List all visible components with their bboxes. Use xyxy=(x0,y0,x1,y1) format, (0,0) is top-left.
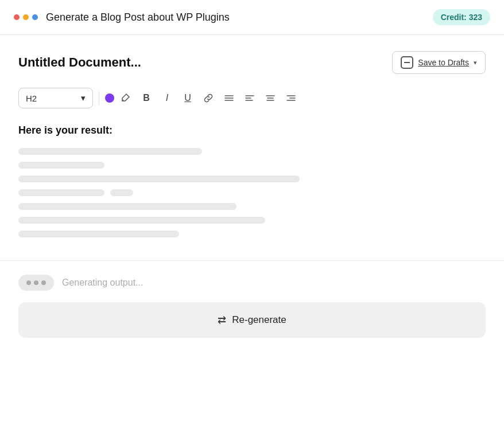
link-icon xyxy=(203,93,214,103)
toolbar-divider-1 xyxy=(99,91,99,105)
drafts-icon xyxy=(401,56,413,69)
header: Generate a Blog Post about WP Plugins Cr… xyxy=(0,0,504,35)
skeleton-line xyxy=(18,176,300,182)
doc-title-row: Untitled Document... Save to Drafts ▾ xyxy=(18,51,486,74)
skeleton-line xyxy=(18,203,237,210)
bold-button[interactable]: B xyxy=(137,89,156,107)
align-left-icon xyxy=(245,93,255,103)
skeleton-container xyxy=(18,148,486,237)
skeleton-line xyxy=(18,148,202,155)
highlighter-button[interactable] xyxy=(117,89,135,107)
italic-button[interactable]: I xyxy=(158,89,176,107)
typing-dot-2 xyxy=(34,280,38,285)
skeleton-line xyxy=(18,217,265,224)
header-left: Generate a Blog Post about WP Plugins xyxy=(14,11,230,24)
typing-indicator xyxy=(18,275,54,291)
section-divider xyxy=(0,260,504,261)
underline-button[interactable]: U xyxy=(179,89,197,107)
skeleton-line xyxy=(110,189,133,196)
main-content: Untitled Document... Save to Drafts ▾ H2… xyxy=(0,35,504,237)
typing-dot-3 xyxy=(41,280,46,285)
list-icon xyxy=(224,93,234,103)
generating-row: Generating output... xyxy=(18,275,486,291)
credit-badge: Credit: 323 xyxy=(433,9,490,25)
heading-value: H2 xyxy=(26,93,37,103)
dot-yellow xyxy=(23,14,29,20)
list-button[interactable] xyxy=(220,89,238,107)
align-right-icon xyxy=(286,93,296,103)
arrows-icon: ⇄ xyxy=(218,314,226,326)
skeleton-line xyxy=(18,231,179,237)
dot-blue xyxy=(32,14,38,20)
result-heading: Here is your result: xyxy=(18,124,486,136)
highlighter-icon xyxy=(121,93,131,103)
typing-dot-1 xyxy=(26,280,31,285)
window-dots xyxy=(14,14,38,20)
dot-red xyxy=(14,14,20,20)
chevron-down-icon: ▾ xyxy=(474,59,477,67)
save-drafts-label: Save to Drafts xyxy=(418,58,469,67)
heading-chevron-icon: ▾ xyxy=(81,93,86,103)
skeleton-line xyxy=(18,162,104,169)
align-right-button[interactable] xyxy=(282,89,300,107)
align-center-icon xyxy=(265,93,276,103)
color-picker-button[interactable] xyxy=(105,93,114,103)
regenerate-label: Re-generate xyxy=(232,314,286,326)
generating-text: Generating output... xyxy=(62,278,143,288)
page-title: Generate a Blog Post about WP Plugins xyxy=(46,11,230,24)
formatting-toolbar: H2 ▾ B I U xyxy=(18,88,486,108)
skeleton-row xyxy=(18,189,486,196)
link-button[interactable] xyxy=(199,89,218,107)
save-to-drafts-button[interactable]: Save to Drafts ▾ xyxy=(392,51,486,74)
heading-select[interactable]: H2 ▾ xyxy=(18,88,93,108)
regenerate-button[interactable]: ⇄ Re-generate xyxy=(18,302,486,338)
document-title: Untitled Document... xyxy=(18,55,141,70)
skeleton-line xyxy=(18,189,104,196)
bottom-area: Generating output... ⇄ Re-generate xyxy=(0,275,504,338)
align-left-button[interactable] xyxy=(241,89,259,107)
align-center-button[interactable] xyxy=(261,89,280,107)
